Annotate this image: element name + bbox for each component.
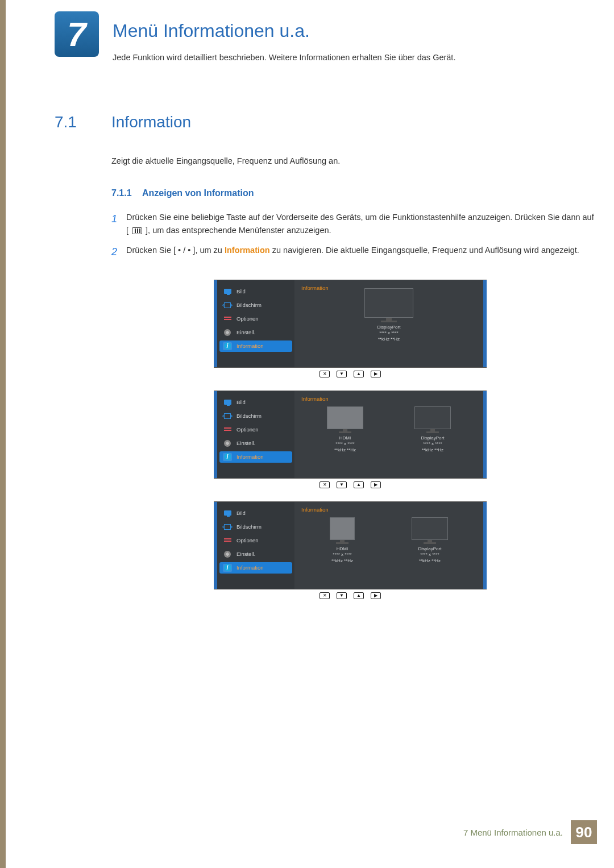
frequency-label: **kHz **Hz (414, 447, 451, 453)
monitor-preview-hdmi: HDMI **** x **** **kHz **Hz (327, 406, 363, 453)
nav-up-button[interactable]: ▲ (354, 481, 364, 488)
monitor-preview-displayport: DisplayPort **** x **** **kHz **Hz (412, 517, 448, 564)
sidebar-item-bildschirm[interactable]: Bildschirm (217, 521, 294, 533)
nav-close-button[interactable]: ✕ (320, 371, 330, 377)
sidebar-label: Optionen (237, 426, 259, 433)
options-icon (223, 315, 232, 323)
nav-down-button[interactable]: ▼ (337, 481, 347, 488)
chapter-description: Jede Funktion wird detailliert beschrieb… (113, 52, 455, 64)
step2-text-c: zu navigieren. Die aktuelle Eingangsquel… (270, 246, 579, 255)
nav-right-button[interactable]: ▶ (371, 592, 381, 599)
step-number: 1 (111, 211, 126, 237)
subsection-title: Anzeigen von Information (142, 188, 254, 198)
sidebar-label: Einstell. (237, 551, 255, 557)
osd-sidebar: Bild Bildschirm Optionen Einstell. iInfo… (217, 391, 294, 478)
nav-right-button[interactable]: ▶ (371, 371, 381, 377)
osd-panel: Information HDMI **** x **** **kHz **Hz (294, 391, 483, 478)
chapter-number-badge: 7 (55, 11, 99, 57)
sidebar-label: Bildschirm (237, 524, 262, 530)
sidebar-item-optionen[interactable]: Optionen (217, 424, 294, 435)
section-heading: 7.1 Information (55, 113, 597, 131)
osd-accent (483, 502, 487, 589)
monitor-icon (223, 509, 232, 517)
osd-nav-bar: ✕ ▼ ▲ ▶ (214, 479, 487, 491)
osd-panel: Information DisplayPort **** x **** **kH… (294, 280, 483, 367)
sidebar-item-information[interactable]: iInformation (219, 562, 292, 574)
frequency-label: **kHz **Hz (364, 337, 413, 342)
sidebar-label: Einstell. (237, 440, 255, 446)
left-accent-stripe (0, 0, 6, 868)
step-number: 2 (111, 244, 126, 260)
step2-text-a: Drücken Sie [ (126, 246, 178, 255)
osd-nav-bar: ✕ ▼ ▲ ▶ (214, 368, 487, 380)
step-text: Drücken Sie eine beliebige Taste auf der… (126, 211, 597, 237)
sidebar-label: Bild (237, 399, 246, 405)
resolution-label: **** x **** (414, 441, 451, 447)
sidebar-label: Information (237, 343, 264, 349)
sidebar-item-bild[interactable]: Bild (217, 397, 294, 408)
sidebar-item-optionen[interactable]: Optionen (217, 313, 294, 325)
step2-text-b: ], um zu (190, 246, 225, 255)
section-description: Zeigt die aktuelle Eingangsquelle, Frequ… (111, 156, 597, 165)
nav-down-button[interactable]: ▼ (337, 592, 347, 599)
nav-sep: / (181, 246, 188, 255)
sidebar-item-bildschirm[interactable]: Bildschirm (217, 410, 294, 422)
subsection-heading: 7.1.1 Anzeigen von Information (111, 188, 597, 198)
sidebar-item-einstell[interactable]: Einstell. (217, 327, 294, 338)
osd-screenshot-3: Bild Bildschirm Optionen Einstell. iInfo… (214, 501, 487, 602)
osd-panel-title: Information (301, 396, 476, 402)
options-icon (223, 537, 232, 545)
nav-up-button[interactable]: ▲ (354, 592, 364, 599)
resolution-label: **** x **** (327, 441, 363, 447)
options-icon (223, 426, 232, 434)
sidebar-label: Information (237, 564, 264, 571)
sidebar-label: Information (237, 454, 264, 460)
sidebar-item-information[interactable]: iInformation (219, 340, 292, 352)
sidebar-label: Einstell. (237, 329, 255, 335)
osd-screenshot-2: Bild Bildschirm Optionen Einstell. iInfo… (214, 391, 487, 491)
sidebar-item-einstell[interactable]: Einstell. (217, 438, 294, 449)
sidebar-item-information[interactable]: iInformation (219, 451, 292, 463)
screen-icon (223, 301, 232, 309)
step1-text-b: ], um das entsprechende Menüfenster anzu… (146, 226, 331, 235)
source-label: DisplayPort (412, 546, 448, 552)
info-icon: i (223, 564, 232, 572)
sidebar-label: Bildschirm (237, 413, 262, 419)
section-number: 7.1 (55, 113, 111, 131)
highlight-information: Information (225, 246, 270, 255)
frequency-label: **kHz **Hz (412, 558, 448, 564)
osd-accent (483, 391, 487, 478)
menu-icon (132, 227, 142, 234)
screen-icon (223, 523, 232, 531)
nav-close-button[interactable]: ✕ (320, 481, 330, 488)
gear-icon (223, 550, 232, 558)
nav-down-button[interactable]: ▼ (337, 371, 347, 377)
page-footer: 7 Menü Informationen u.a. 90 (463, 820, 597, 844)
osd-screenshot-1: Bild Bildschirm Optionen Einstell. iInfo… (214, 280, 487, 380)
step-1: 1 Drücken Sie eine beliebige Taste auf d… (111, 211, 597, 237)
sidebar-item-einstell[interactable]: Einstell. (217, 549, 294, 560)
sidebar-item-bildschirm[interactable]: Bildschirm (217, 300, 294, 311)
frequency-label: **kHz **Hz (327, 447, 363, 453)
monitor-preview-displayport: DisplayPort **** x **** **kHz **Hz (414, 406, 451, 453)
osd-sidebar: Bild Bildschirm Optionen Einstell. iInfo… (217, 502, 294, 589)
chapter-header: 7 Menü Informationen u.a. Jede Funktion … (55, 11, 597, 64)
osd-panel-title: Information (301, 506, 476, 513)
sidebar-label: Bild (237, 288, 246, 294)
monitor-preview: DisplayPort **** x **** **kHz **Hz (364, 288, 413, 342)
info-icon: i (223, 342, 232, 350)
chapter-title: Menü Informationen u.a. (113, 20, 455, 41)
resolution-label: **** x **** (330, 552, 355, 558)
sidebar-item-bild[interactable]: Bild (217, 286, 294, 297)
sidebar-item-bild[interactable]: Bild (217, 508, 294, 519)
osd-panel: Information HDMI **** x **** **kHz **Hz (294, 502, 483, 589)
gear-icon (223, 439, 232, 447)
sidebar-label: Bildschirm (237, 302, 262, 308)
source-label: HDMI (330, 546, 355, 552)
nav-right-button[interactable]: ▶ (371, 481, 381, 488)
nav-up-button[interactable]: ▲ (354, 371, 364, 377)
sidebar-item-optionen[interactable]: Optionen (217, 535, 294, 546)
resolution-label: **** x **** (412, 552, 448, 558)
footer-text: 7 Menü Informationen u.a. (463, 828, 571, 837)
nav-close-button[interactable]: ✕ (320, 592, 330, 599)
